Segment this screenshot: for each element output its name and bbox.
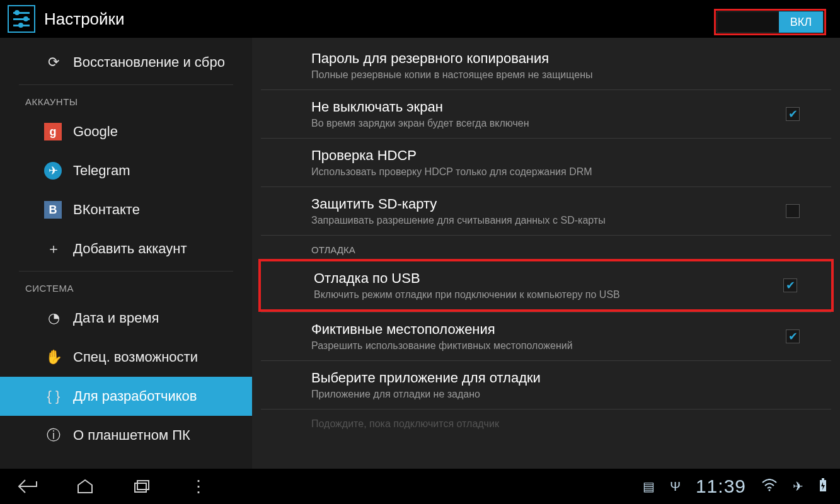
settings-sidebar: ⟳ Восстановление и сбро АККАУНТЫ g Googl… <box>0 38 252 469</box>
wifi-icon <box>761 479 778 495</box>
settings-app-icon <box>8 5 35 33</box>
back-button[interactable] <box>13 479 44 494</box>
setting-select-debug-app[interactable]: Выберите приложение для отладки Приложен… <box>261 361 831 410</box>
setting-backup-password[interactable]: Пароль для резервного копирования Полные… <box>261 42 831 90</box>
setting-mock-locations[interactable]: Фиктивные местоположения Разрешить испол… <box>261 312 831 361</box>
sidebar-item-google[interactable]: g Google <box>0 112 252 151</box>
sd-card-icon: ▤ <box>643 479 655 494</box>
sidebar-section-system: СИСТЕМА <box>0 272 252 299</box>
home-button[interactable] <box>69 479 101 494</box>
setting-stay-awake[interactable]: Не выключать экран Во время зарядки экра… <box>261 90 831 139</box>
svg-rect-4 <box>822 478 824 480</box>
usb-debugging-highlight: Отладка по USB Включить режим отладки пр… <box>258 259 834 312</box>
recent-apps-button[interactable] <box>126 479 158 494</box>
usb-debugging-checkbox[interactable] <box>783 278 797 292</box>
braces-icon: { } <box>44 388 63 404</box>
section-debugging: ОТЛАДКА <box>261 236 831 259</box>
hand-icon: ✋ <box>44 349 63 365</box>
sidebar-item-telegram[interactable]: ✈ Telegram <box>0 151 252 190</box>
restore-icon: ⟳ <box>44 54 63 71</box>
page-title: Настройки <box>44 9 125 29</box>
vk-icon: B <box>44 201 62 219</box>
mock-locations-checkbox[interactable] <box>786 329 800 343</box>
menu-button[interactable]: ⋮ <box>183 477 214 496</box>
svg-rect-1 <box>137 481 149 490</box>
sidebar-item-accessibility[interactable]: ✋ Спец. возможности <box>0 338 252 377</box>
clock-icon: ◔ <box>44 310 63 326</box>
google-icon: g <box>44 123 62 140</box>
sidebar-item-developer-options[interactable]: { } Для разработчиков <box>0 377 252 416</box>
info-icon: ⓘ <box>44 426 63 445</box>
svg-rect-0 <box>135 483 146 492</box>
toggle-on-label: ВКЛ <box>779 11 823 33</box>
sidebar-item-backup-reset[interactable]: ⟳ Восстановление и сбро <box>0 43 252 82</box>
protect-sd-checkbox[interactable] <box>786 204 800 218</box>
sidebar-item-datetime[interactable]: ◔ Дата и время <box>0 299 252 338</box>
sidebar-section-accounts: АККАУНТЫ <box>0 85 252 112</box>
setting-hdcp-check[interactable]: Проверка HDCP Использовать проверку HDCP… <box>261 139 831 187</box>
airplane-mode-icon: ✈ <box>793 479 803 494</box>
setting-usb-debugging[interactable]: Отладка по USB Включить режим отладки пр… <box>263 261 829 309</box>
setting-wait-for-debugger[interactable]: Подождите, пока подключится отладчик <box>261 410 831 438</box>
developer-options-panel: Пароль для резервного копирования Полные… <box>252 38 840 469</box>
sidebar-item-vk[interactable]: B ВКонтакте <box>0 190 252 229</box>
telegram-icon: ✈ <box>44 162 62 180</box>
battery-charging-icon <box>819 478 827 495</box>
sidebar-item-about-tablet[interactable]: ⓘ О планшетном ПК <box>0 416 252 455</box>
clock: 11:39 <box>696 476 746 497</box>
svg-point-2 <box>769 489 771 491</box>
developer-options-master-toggle[interactable]: ВКЛ <box>714 9 826 35</box>
system-navbar: ⋮ ▤ Ψ 11:39 ✈ <box>0 469 840 504</box>
sidebar-item-add-account[interactable]: ＋ Добавить аккаунт <box>0 229 252 268</box>
usb-icon: Ψ <box>670 479 681 494</box>
stay-awake-checkbox[interactable] <box>786 107 800 121</box>
plus-icon: ＋ <box>44 239 63 258</box>
setting-protect-sd[interactable]: Защитить SD-карту Запрашивать разрешение… <box>261 187 831 236</box>
